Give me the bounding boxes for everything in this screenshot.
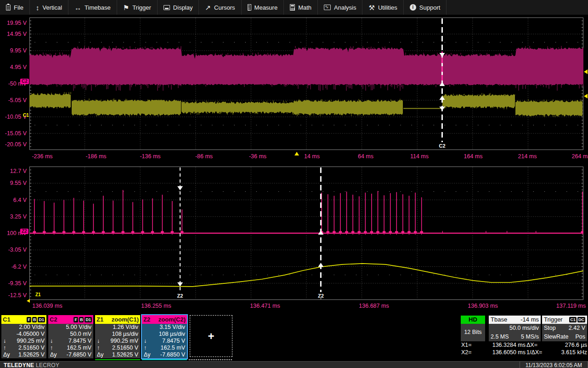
delta-y-value: -7.6850 V bbox=[160, 351, 185, 358]
trace-chip-c1[interactable]: C1 bbox=[22, 113, 30, 118]
cursor-arrow-icon: ↗ bbox=[205, 4, 211, 11]
add-trace-underline bbox=[189, 359, 232, 360]
delta-y-label: Δy bbox=[50, 351, 57, 358]
y-axis-label: 4.95 V bbox=[0, 64, 27, 70]
y-axis-label: -6.2 V bbox=[0, 264, 27, 270]
z2-active-underline bbox=[142, 359, 187, 360]
x-axis-label: 14 ms bbox=[304, 153, 320, 160]
min-arrow-icon: ↓ bbox=[144, 338, 147, 345]
trigger-position-marker-icon[interactable] bbox=[294, 152, 299, 155]
y-axis-label: 19.95 V bbox=[0, 20, 27, 26]
badge-d1: D1 bbox=[38, 317, 45, 322]
timebase-scale: 50.0 ms/div bbox=[509, 324, 539, 333]
max-value: 2.51650 V bbox=[112, 345, 138, 351]
trigger-source-badge: C1 bbox=[569, 317, 577, 322]
brand-logo: TELEDYNE LECROY bbox=[4, 362, 59, 368]
descriptor-c1[interactable]: C1 F B D1 2.00 V/div -4.05000 V ↓990.25 … bbox=[1, 315, 46, 358]
sample-rate: 5 MS/s bbox=[521, 333, 539, 341]
menu-item-label: Utilities bbox=[378, 4, 397, 11]
max-arrow-icon: ↑ bbox=[50, 345, 53, 351]
cursor-arrow-down bbox=[177, 282, 183, 287]
menu-item-utilities[interactable]: ⚒ Utilities bbox=[362, 0, 403, 15]
descriptor-c2[interactable]: C2 F B D1 5.00 V/div 50.0 mV ↓7.8475 V ↑… bbox=[48, 315, 93, 358]
max-value: 162.5 mV bbox=[160, 345, 185, 351]
menu-item-label: Trigger bbox=[132, 4, 151, 11]
menu-item-cursors[interactable]: ↗ Cursors bbox=[199, 0, 241, 15]
max-arrow-icon: ↑ bbox=[97, 345, 100, 351]
cursor-label: Z2 bbox=[177, 293, 183, 299]
x2-value: 136.6050 ms bbox=[479, 349, 526, 356]
descriptor-row: C1 F B D1 2.00 V/div -4.05000 V ↓990.25 … bbox=[1, 315, 232, 358]
info-icon bbox=[410, 4, 416, 11]
vertical-arrows-icon: ↕ bbox=[36, 4, 40, 11]
main-grid-plot: C2 bbox=[29, 17, 583, 150]
trigger-level-marker-icon[interactable] bbox=[584, 69, 588, 74]
min-arrow-icon: ↓ bbox=[97, 338, 100, 345]
timebase-box[interactable]: Tbase -14 ms 50.0 ms/div 2.5 MS5 MS/s bbox=[489, 316, 541, 341]
menu-item-label: File bbox=[14, 4, 23, 11]
menu-item-display[interactable]: Display bbox=[158, 0, 199, 15]
menu-item-vertical[interactable]: ↕ Vertical bbox=[30, 0, 68, 15]
x-axis-label: 136.903 ms bbox=[468, 303, 498, 309]
trace-chip-z1[interactable]: Z1 bbox=[34, 292, 42, 298]
x-axis-label: 136.039 ms bbox=[32, 303, 62, 309]
x1-value: 136.3284 ms bbox=[479, 341, 526, 349]
menu-item-analysis[interactable]: Analysis bbox=[318, 0, 362, 15]
display-icon bbox=[164, 5, 170, 10]
badge-f: F bbox=[74, 317, 78, 322]
vdiv-value: 1.26 V/div bbox=[113, 324, 138, 331]
menu-item-file[interactable]: File bbox=[0, 0, 30, 15]
x-axis-label: 114 ms bbox=[410, 153, 429, 160]
menu-item-label: Measure bbox=[254, 4, 278, 11]
datetime-display[interactable]: 11/13/2023 6:02:05 AM bbox=[520, 362, 588, 368]
sample-count: 2.5 MS bbox=[491, 333, 509, 341]
max-value: 2.51650 V bbox=[18, 345, 45, 351]
menu-item-trigger[interactable]: ⚑ Trigger bbox=[117, 0, 158, 15]
y-axis-label: -20.05 V bbox=[0, 141, 27, 148]
trigger-coupling-badge: DC bbox=[577, 317, 585, 322]
menu-item-math[interactable]: Math bbox=[284, 0, 318, 15]
hd-mode-box[interactable]: HD 12 Bits bbox=[461, 316, 485, 341]
trigger-flag-icon: ⚑ bbox=[123, 4, 129, 11]
status-bar: TELEDYNE LECROY 11/13/2023 6:02:05 AM bbox=[0, 361, 588, 368]
vdiv-value: 3.15 V/div bbox=[159, 324, 185, 331]
trigger-level-marker-icon[interactable] bbox=[584, 94, 588, 98]
menu-item-label: Support bbox=[419, 4, 441, 11]
menu-item-timebase[interactable]: ↔ Timebase bbox=[68, 0, 117, 15]
menu-item-measure[interactable]: Measure bbox=[242, 0, 284, 15]
calculator-icon bbox=[290, 4, 295, 11]
x-axis-label: 64 ms bbox=[358, 153, 373, 160]
timebase-label: Tbase bbox=[491, 316, 507, 324]
min-arrow-icon: ↓ bbox=[50, 338, 53, 345]
descriptor-z1[interactable]: Z1 zoom(C1) 1.26 V/div 108 µs/div ↓990.2… bbox=[95, 315, 140, 358]
trigger-box[interactable]: Trigger C1 DC Stop2.42 V SlewRatePos bbox=[542, 316, 587, 341]
x1-label: X1= bbox=[461, 341, 478, 349]
inv-dx-value: 3.615 kHz bbox=[550, 349, 587, 356]
y-axis-label: 12.7 V bbox=[0, 168, 27, 174]
delta-y-label: Δy bbox=[97, 351, 104, 358]
trace-chip-z2[interactable]: Z2 bbox=[20, 229, 28, 234]
menu-item-label: Vertical bbox=[42, 4, 62, 11]
descriptor-z2[interactable]: Z2 zoom(C2) 3.15 V/div 108 µs/div ↓7.847… bbox=[142, 315, 187, 358]
badge-d1: D1 bbox=[85, 317, 92, 322]
max-value: 162.5 mV bbox=[67, 345, 91, 351]
channel-id: C1 bbox=[3, 316, 11, 323]
add-trace-button[interactable]: + bbox=[190, 315, 232, 357]
trigger-level: 2.42 V bbox=[569, 324, 585, 333]
menu-item-label: Cursors bbox=[214, 4, 235, 11]
y-axis-label: 3.25 V bbox=[0, 213, 27, 220]
x-axis-label: 136.255 ms bbox=[141, 303, 171, 309]
cursor-readout: X1= 136.3284 ms ΔX= 276.6 µs X2= 136.605… bbox=[461, 341, 587, 356]
menu-bar: File ↕ Vertical ↔ Timebase ⚑ Trigger Dis… bbox=[0, 0, 588, 15]
channel-id: Z1 bbox=[96, 316, 103, 323]
y-axis-label: -15.05 V bbox=[0, 130, 27, 137]
x-axis-label: -36 ms bbox=[249, 153, 266, 160]
timebase-offset: -14 ms bbox=[520, 316, 539, 324]
delta-y-value: -7.6850 V bbox=[67, 351, 91, 358]
zoom-source-label: zoom(C2) bbox=[158, 316, 186, 323]
y-axis-label: 9.95 V bbox=[0, 47, 27, 54]
channel-id: Z2 bbox=[143, 316, 150, 323]
trace-chip-c2[interactable]: C2 bbox=[20, 79, 29, 84]
analysis-chart-icon bbox=[324, 5, 331, 10]
menu-item-support[interactable]: Support bbox=[404, 0, 447, 15]
